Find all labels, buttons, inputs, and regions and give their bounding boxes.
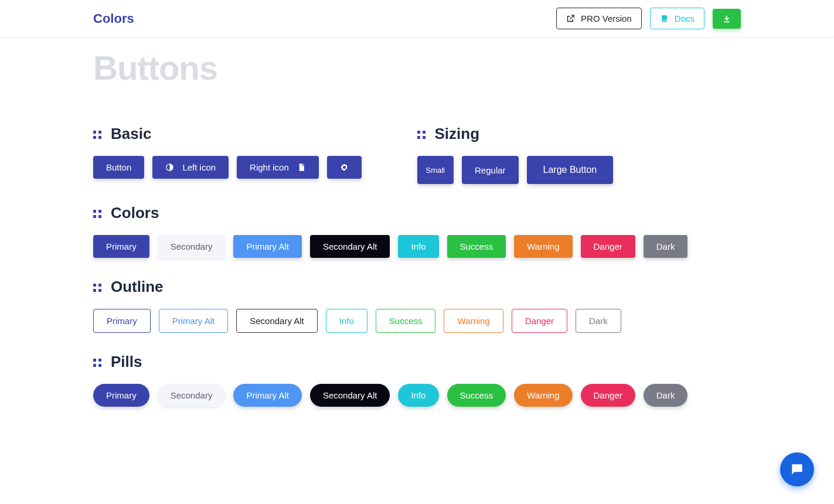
label: Warning [527,241,559,251]
book-icon [660,14,669,23]
right-icon-button[interactable]: Right icon [237,156,319,179]
pill-info-button[interactable]: Info [398,384,438,407]
label: Success [389,316,423,326]
label: Danger [525,316,554,326]
color-primary-alt-button[interactable]: Primary Alt [233,235,302,258]
section-heading-pills-label: Pills [111,353,142,371]
label: Primary [107,316,137,326]
label: Secondary [171,390,213,400]
navbar: Colors PRO Version Docs [0,0,834,38]
section-outline: Outline Primary Primary Alt Secondary Al… [93,278,741,333]
label: Dark [656,241,675,251]
large-button[interactable]: Large Button [527,156,614,184]
label: Primary [106,241,137,251]
download-button[interactable] [713,9,741,29]
page-title: Buttons [93,48,741,87]
svg-rect-1 [662,20,667,21]
color-info-button[interactable]: Info [398,235,438,258]
section-heading-colors: Colors [93,204,741,222]
color-success-button[interactable]: Success [447,235,506,258]
label: Secondary Alt [323,241,377,251]
pill-secondary-button[interactable]: Secondary [158,384,226,407]
section-dots-icon [93,131,103,139]
label: Secondary Alt [323,390,377,400]
label: Danger [594,390,622,400]
label: Dark [589,316,608,326]
color-dark-button[interactable]: Dark [644,235,688,258]
right-icon-button-label: Right icon [250,162,289,172]
section-heading-colors-label: Colors [111,204,159,222]
pill-primary-alt-button[interactable]: Primary Alt [233,384,302,407]
color-primary-button[interactable]: Primary [93,235,149,258]
outline-warning-button[interactable]: Warning [444,309,503,333]
section-pills: Pills Primary Secondary Primary Alt Seco… [93,353,741,407]
section-basic: Basic Button Left icon Right icon [93,105,417,184]
adjust-icon [165,163,174,172]
label: Secondary [171,241,213,251]
pill-success-button[interactable]: Success [447,384,506,407]
brand-title: Colors [93,11,134,26]
color-secondary-button[interactable]: Secondary [158,235,226,258]
color-danger-button[interactable]: Danger [581,235,635,258]
pill-secondary-alt-button[interactable]: Secondary Alt [310,384,390,407]
small-button[interactable]: Small [417,156,454,184]
regular-button[interactable]: Regular [462,156,519,184]
color-warning-button[interactable]: Warning [514,235,572,258]
label: Primary [106,390,137,400]
basic-button-label: Button [106,162,131,172]
label: Danger [594,241,622,251]
section-dots-icon [93,359,103,367]
label: Success [460,390,493,400]
small-button-label: Small [426,166,445,175]
section-sizing: Sizing Small Regular Large Button [417,105,741,184]
file-icon [297,163,306,172]
section-dots-icon [417,131,427,139]
basic-button[interactable]: Button [93,156,144,179]
section-heading-basic-label: Basic [111,125,151,143]
settings-button[interactable] [327,156,362,179]
outline-success-button[interactable]: Success [376,309,436,333]
pro-version-label: PRO Version [581,13,632,23]
navbar-actions: PRO Version Docs [556,8,741,29]
left-icon-button[interactable]: Left icon [152,156,229,179]
label: Info [339,316,354,326]
outline-danger-button[interactable]: Danger [512,309,567,333]
label: Success [460,241,493,251]
section-heading-pills: Pills [93,353,741,371]
section-heading-outline-label: Outline [111,278,164,296]
section-dots-icon [93,210,103,218]
label: Warning [527,390,559,400]
label: Info [411,241,425,251]
label: Warning [457,316,489,326]
section-dots-icon [93,284,103,292]
label: Secondary Alt [250,316,304,326]
label: Info [411,390,425,400]
docs-button[interactable]: Docs [650,8,704,29]
download-icon [722,14,731,23]
section-heading-outline: Outline [93,278,741,296]
page-content: Buttons Basic Button Left icon Right i [0,48,834,442]
pro-version-button[interactable]: PRO Version [556,8,642,29]
large-button-label: Large Button [543,165,597,175]
outline-info-button[interactable]: Info [326,309,367,333]
regular-button-label: Regular [475,165,506,175]
section-heading-basic: Basic [93,125,417,143]
external-link-icon [566,14,575,23]
outline-secondary-alt-button[interactable]: Secondary Alt [236,309,318,333]
outline-dark-button[interactable]: Dark [576,309,621,333]
outline-primary-button[interactable]: Primary [93,309,151,333]
svg-rect-0 [662,15,667,22]
outline-primary-alt-button[interactable]: Primary Alt [159,309,229,333]
label: Primary Alt [246,390,289,400]
pill-dark-button[interactable]: Dark [644,384,688,407]
section-heading-sizing: Sizing [417,125,741,143]
pill-danger-button[interactable]: Danger [581,384,635,407]
label: Primary Alt [246,241,289,251]
label: Dark [656,390,675,400]
pill-primary-button[interactable]: Primary [93,384,149,407]
docs-label: Docs [675,13,695,23]
color-secondary-alt-button[interactable]: Secondary Alt [310,235,390,258]
section-heading-sizing-label: Sizing [435,125,480,143]
gear-icon [340,163,349,172]
pill-warning-button[interactable]: Warning [514,384,572,407]
